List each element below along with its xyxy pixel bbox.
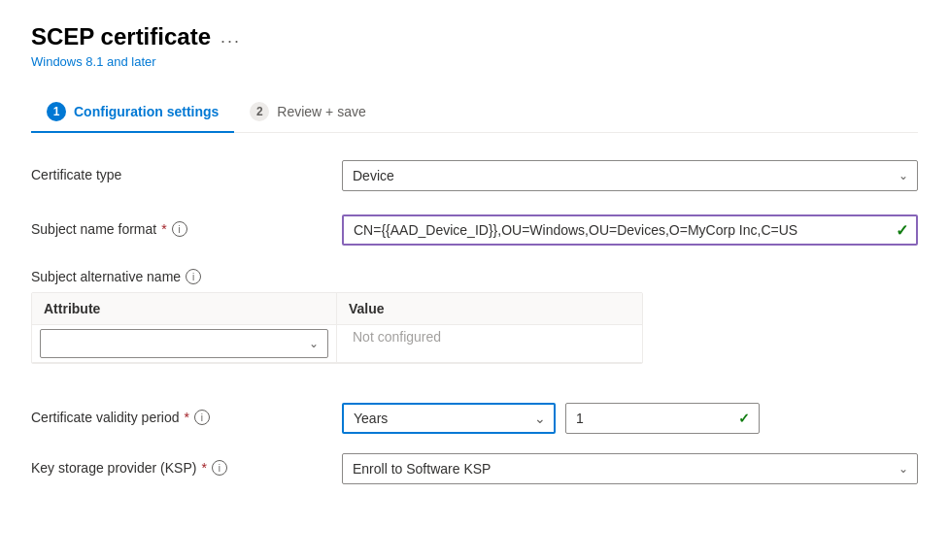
ksp-required: * bbox=[201, 460, 206, 476]
subject-name-format-required: * bbox=[161, 221, 166, 237]
subject-alternative-name-section: Subject alternative name i Attribute Val… bbox=[31, 269, 918, 364]
validity-value-wrapper: ✓ bbox=[565, 403, 760, 434]
certificate-type-label: Certificate type bbox=[31, 160, 342, 182]
tab-1-label: Configuration settings bbox=[74, 104, 219, 119]
ksp-select-wrapper: Enroll to Software KSP Enroll to TPM KSP… bbox=[342, 453, 918, 484]
san-attribute-header: Attribute bbox=[32, 293, 337, 324]
san-value-header: Value bbox=[337, 293, 642, 324]
san-table: Attribute Value ⌄ Not configured bbox=[31, 292, 643, 364]
certificate-validity-required: * bbox=[185, 410, 189, 425]
certificate-type-row: Certificate type Device User ⌄ bbox=[31, 160, 918, 195]
san-attribute-select[interactable] bbox=[40, 329, 328, 358]
tab-2-label: Review + save bbox=[277, 104, 365, 119]
certificate-validity-info-icon[interactable]: i bbox=[194, 410, 210, 425]
subject-name-format-input[interactable] bbox=[342, 214, 918, 246]
san-attribute-cell: ⌄ bbox=[32, 325, 337, 362]
san-not-configured: Not configured bbox=[345, 324, 441, 345]
key-storage-provider-label: Key storage provider (KSP) * i bbox=[31, 453, 342, 476]
subject-name-format-check-icon: ✓ bbox=[896, 221, 908, 240]
tab-2-number: 2 bbox=[250, 102, 269, 121]
form-section: Certificate type Device User ⌄ Subject n… bbox=[31, 160, 918, 488]
san-attribute-select-wrapper: ⌄ bbox=[40, 329, 328, 358]
tab-1-number: 1 bbox=[47, 102, 66, 121]
subject-alternative-name-label: Subject alternative name i bbox=[31, 269, 918, 284]
certificate-type-control: Device User ⌄ bbox=[342, 160, 918, 191]
ksp-info-icon[interactable]: i bbox=[212, 460, 227, 476]
validity-value-check-icon: ✓ bbox=[738, 411, 750, 426]
certificate-validity-period-label: Certificate validity period * i bbox=[31, 403, 342, 425]
years-select[interactable]: Days Months Years bbox=[342, 403, 556, 434]
subject-name-format-row: Subject name format * i ✓ bbox=[31, 214, 918, 249]
tab-review-save[interactable]: 2 Review + save bbox=[234, 92, 381, 133]
page-subtitle: Windows 8.1 and later bbox=[31, 54, 918, 69]
years-select-wrapper: Days Months Years ⌄ bbox=[342, 403, 556, 434]
subject-alternative-name-info-icon[interactable]: i bbox=[186, 269, 201, 284]
validity-controls: Days Months Years ⌄ ✓ bbox=[342, 403, 760, 434]
san-row: ⌄ Not configured bbox=[32, 325, 642, 363]
validity-value-input[interactable] bbox=[565, 403, 760, 434]
subject-name-format-label: Subject name format * i bbox=[31, 214, 342, 237]
certificate-type-select[interactable]: Device User bbox=[342, 160, 918, 191]
certificate-validity-period-row: Certificate validity period * i Days Mon… bbox=[31, 403, 918, 434]
page-title: SCEP certificate bbox=[31, 23, 211, 50]
ellipsis-menu[interactable]: ... bbox=[220, 27, 241, 48]
subject-name-format-info-icon[interactable]: i bbox=[172, 221, 187, 237]
san-header: Attribute Value bbox=[32, 293, 642, 325]
key-storage-provider-row: Key storage provider (KSP) * i Enroll to… bbox=[31, 453, 918, 488]
certificate-type-select-wrapper: Device User ⌄ bbox=[342, 160, 918, 191]
ksp-select[interactable]: Enroll to Software KSP Enroll to TPM KSP… bbox=[342, 453, 918, 484]
tab-configuration-settings[interactable]: 1 Configuration settings bbox=[31, 92, 234, 133]
san-value-cell: Not configured bbox=[337, 325, 642, 362]
ksp-control: Enroll to Software KSP Enroll to TPM KSP… bbox=[342, 453, 918, 484]
subject-name-format-control: ✓ bbox=[342, 214, 918, 246]
tabs-container: 1 Configuration settings 2 Review + save bbox=[31, 92, 918, 133]
